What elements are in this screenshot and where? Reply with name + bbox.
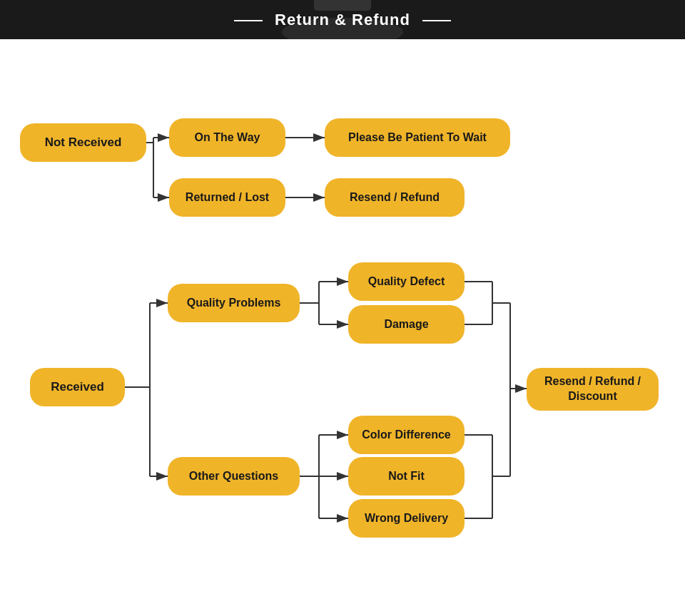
please-be-patient-node: Please Be Patient To Wait [325,118,510,157]
header-title: Return & Refund [234,11,451,29]
color-difference-node: Color Difference [348,416,465,454]
not-received-node: Not Received [20,123,146,162]
content: Not Received On The Way Please Be Patien… [0,39,685,616]
resend-refund-node: Resend / Refund [325,178,465,217]
svg-rect-1 [314,0,371,11]
not-fit-node: Not Fit [348,457,465,496]
resend-refund-discount-node: Resend / Refund / Discount [527,368,659,411]
quality-defect-node: Quality Defect [348,262,465,301]
received-node: Received [30,368,125,406]
damage-node: Damage [348,305,465,344]
wrong-delivery-node: Wrong Delivery [348,499,465,538]
on-the-way-node: On The Way [169,118,285,157]
quality-problems-node: Quality Problems [168,284,300,322]
other-questions-node: Other Questions [168,457,300,496]
returned-lost-node: Returned / Lost [169,178,285,217]
header: Return & Refund [0,0,685,39]
